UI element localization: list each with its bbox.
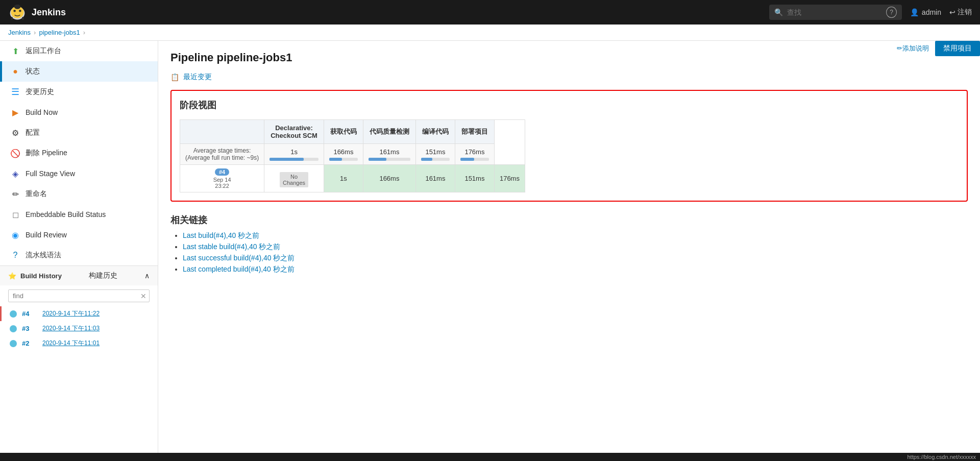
build-cell-time-1: 166ms	[379, 175, 399, 182]
logout-button[interactable]: ↩ 注销	[949, 8, 972, 17]
sidebar-item-change-history[interactable]: ☰ 变更历史	[0, 82, 158, 102]
build-review-icon: ◉	[10, 230, 20, 240]
stage-col-header-declarative: Declarative:Checkout SCM	[264, 120, 324, 144]
back-workspace-icon: ⬆	[10, 46, 20, 56]
logout-icon: ↩	[949, 8, 955, 16]
related-link-last-successful: Last successful build(#4),40 秒之前	[183, 254, 968, 263]
sidebar-item-status[interactable]: ● 状态	[0, 61, 158, 82]
avg-bar-4	[460, 158, 489, 161]
build-search-input[interactable]	[8, 289, 150, 302]
build-cell-declarative[interactable]: 1s	[324, 165, 363, 192]
svg-rect-5	[11, 17, 13, 20]
disable-project-button[interactable]: 禁用项目	[935, 41, 980, 56]
stage-view-container: 阶段视图 Declarative:Checkout SCM 获取代码 代码质量检…	[170, 90, 968, 202]
build-now-icon: ▶	[10, 107, 20, 117]
sidebar-item-label: Build Review	[26, 231, 67, 239]
top-actions: ✏添加说明 禁用项目	[897, 41, 980, 56]
build-time-local: 23:22	[185, 183, 259, 189]
avg-bar-0	[270, 158, 318, 161]
header-right: 🔍 ? 👤 admin ↩ 注销	[769, 5, 972, 20]
build-cell-fetch[interactable]: 166ms	[363, 165, 415, 192]
related-links: 相关链接 Last build(#4),40 秒之前 Last stable b…	[170, 214, 968, 274]
build-info-cell: #4 Sep 14 23:22	[180, 165, 264, 192]
related-links-title: 相关链接	[170, 214, 968, 226]
related-link-last-completed-anchor[interactable]: Last completed build(#4),40 秒之前	[183, 265, 295, 273]
recent-changes-link[interactable]: 最近变更	[183, 72, 212, 82]
sidebar-item-label: Embeddable Build Status	[26, 210, 106, 219]
build-time-3[interactable]: 2020-9-14 下午11:03	[42, 324, 100, 333]
related-link-last-build-anchor[interactable]: Last build(#4),40 秒之前	[183, 231, 259, 239]
add-desc-link[interactable]: ✏添加说明	[897, 44, 929, 53]
breadcrumb: Jenkins › pipeline-jobs1 ›	[0, 25, 980, 41]
search-input[interactable]	[787, 8, 882, 16]
header-left: Jenkins	[8, 3, 66, 21]
svg-point-4	[14, 5, 21, 9]
avg-bar-fill-4	[460, 158, 474, 161]
avg-time-quality: 161ms	[363, 144, 415, 165]
build-status-dot-3	[10, 325, 17, 332]
help-button[interactable]: ?	[886, 7, 897, 18]
build-tag-num[interactable]: #4	[215, 168, 229, 176]
sidebar-item-label: Build Now	[26, 108, 58, 116]
build-cell-deploy[interactable]: 176ms	[494, 165, 525, 192]
config-icon: ⚙	[10, 128, 20, 138]
sidebar-item-build-review[interactable]: ◉ Build Review	[0, 225, 158, 245]
breadcrumb-sep-2: ›	[83, 29, 85, 36]
avg-bar-2	[369, 158, 410, 161]
sidebar-item-label: 返回工作台	[26, 46, 61, 56]
build-row-2[interactable]: #2 2020-9-14 下午11:01	[0, 336, 158, 351]
build-time-2[interactable]: 2020-9-14 下午11:01	[42, 339, 100, 348]
sidebar-item-config[interactable]: ⚙ 配置	[0, 123, 158, 143]
avg-time-val-2: 161ms	[369, 148, 410, 156]
rename-icon: ✏	[10, 189, 20, 199]
build-row-3[interactable]: #3 2020-9-14 下午11:03	[0, 321, 158, 336]
breadcrumb-pipeline-jobs1[interactable]: pipeline-jobs1	[39, 29, 80, 36]
avg-bar-fill-0	[270, 158, 304, 161]
related-link-last-build: Last build(#4),40 秒之前	[183, 231, 968, 240]
build-cell-time-3: 151ms	[464, 175, 484, 182]
build-time-4[interactable]: 2020-9-14 下午11:22	[42, 309, 100, 318]
avg-time-val-0: 1s	[270, 148, 318, 156]
breadcrumb-jenkins[interactable]: Jenkins	[8, 29, 31, 36]
sidebar-item-back-workspace[interactable]: ⬆ 返回工作台	[0, 41, 158, 61]
build-search[interactable]: ✕	[8, 289, 150, 302]
sidebar-item-embeddable-build-status[interactable]: ◻ Embeddable Build Status	[0, 204, 158, 225]
sidebar-item-label: Full Stage View	[26, 169, 75, 178]
build-row-4[interactable]: #4 2020-9-14 下午11:22	[0, 306, 158, 321]
avg-bar-fill-2	[369, 158, 386, 161]
stage-view-title: 阶段视图	[180, 99, 959, 111]
build-status-dot-4	[10, 310, 17, 318]
recent-changes-icon: 📋	[170, 73, 179, 81]
sidebar-item-rename[interactable]: ✏ 重命名	[0, 184, 158, 204]
footer-bar: https://blog.csdn.net/xxxxxx	[0, 453, 980, 457]
search-icon: 🔍	[774, 8, 783, 16]
delete-pipeline-icon: 🚫	[10, 148, 20, 158]
avg-label-line1: Average stage times:	[185, 147, 259, 154]
avg-label-line2: (Average full run time: ~9s)	[185, 154, 259, 161]
build-num-3: #3	[22, 325, 37, 332]
avg-bar-3	[421, 158, 450, 161]
build-date: Sep 14	[185, 177, 259, 183]
build-cell-compile[interactable]: 151ms	[455, 165, 494, 192]
related-link-last-completed: Last completed build(#4),40 秒之前	[183, 265, 968, 274]
svg-point-3	[19, 10, 21, 12]
related-link-last-successful-anchor[interactable]: Last successful build(#4),40 秒之前	[183, 254, 295, 262]
avg-time-val-1: 166ms	[329, 148, 358, 156]
build-cell-quality[interactable]: 161ms	[415, 165, 455, 192]
collapse-icon[interactable]: ∧	[144, 272, 150, 280]
build-search-clear[interactable]: ✕	[140, 292, 146, 300]
build-cell-time-4: 176ms	[500, 175, 520, 182]
build-status-dot-2	[10, 340, 17, 347]
sidebar-item-build-now[interactable]: ▶ Build Now	[0, 102, 158, 123]
build-stage-row-4: #4 Sep 14 23:22 NoChanges 1s	[180, 165, 525, 192]
sidebar-item-pipeline-syntax[interactable]: ? 流水线语法	[0, 245, 158, 265]
status-icon: ●	[10, 66, 20, 77]
sidebar-item-full-stage-view[interactable]: ◈ Full Stage View	[0, 163, 158, 184]
sidebar-item-delete-pipeline[interactable]: 🚫 删除 Pipeline	[0, 143, 158, 163]
full-stage-view-icon: ◈	[10, 168, 20, 179]
sidebar-item-label: 状态	[26, 67, 40, 76]
search-box[interactable]: 🔍 ?	[769, 5, 902, 20]
build-tag: #4	[185, 168, 259, 177]
stage-col-header-compile: 编译代码	[415, 120, 455, 144]
related-link-last-stable-anchor[interactable]: Last stable build(#4),40 秒之前	[183, 242, 280, 251]
